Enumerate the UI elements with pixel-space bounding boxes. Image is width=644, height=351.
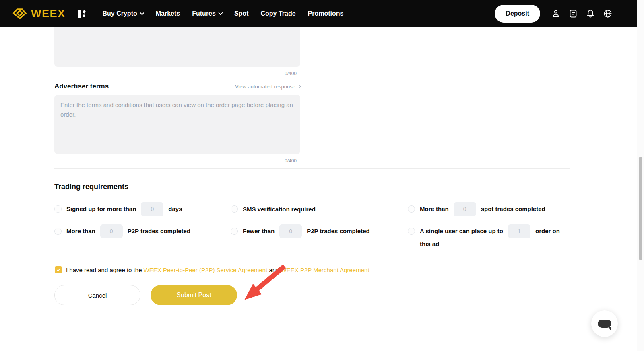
trading-requirements-heading: Trading requirements bbox=[54, 183, 128, 191]
weex-logo[interactable]: WEEX bbox=[12, 7, 66, 20]
top-navbar: WEEX Buy Crypto Markets Futures Spot Cop… bbox=[0, 0, 637, 27]
bell-icon[interactable] bbox=[586, 9, 595, 18]
chevron-right-icon bbox=[297, 85, 301, 88]
orders-icon[interactable] bbox=[568, 9, 578, 18]
chevron-down-icon bbox=[140, 10, 144, 15]
option-signed-up-days: Signed up for more thandays bbox=[54, 202, 231, 216]
remarks-char-counter: 0/400 bbox=[264, 71, 297, 76]
check-icon bbox=[56, 267, 61, 272]
spot-trades-input[interactable] bbox=[454, 202, 476, 216]
advertiser-terms-textarea[interactable] bbox=[54, 95, 300, 154]
service-agreement-link[interactable]: WEEX Peer-to-Peer (P2P) Service Agreemen… bbox=[144, 267, 268, 273]
radio-fewer-p2p-trades[interactable] bbox=[231, 228, 238, 235]
trading-requirements-grid: Signed up for more thandays SMS verifica… bbox=[54, 202, 570, 250]
radio-signed-up-days[interactable] bbox=[54, 205, 62, 213]
nav-promotions[interactable]: Promotions bbox=[302, 10, 350, 17]
chevron-down-icon bbox=[218, 10, 223, 15]
apps-grid-icon[interactable] bbox=[78, 10, 86, 18]
option-more-p2p-trades: More thanP2P trades completed bbox=[54, 224, 231, 250]
nav-futures[interactable]: Futures bbox=[186, 10, 228, 17]
option-spot-trades: More thanspot trades completed bbox=[408, 202, 570, 216]
terms-char-counter: 0/400 bbox=[264, 158, 297, 164]
p2p-post-ad-page: order. 0/400 WEEX Buy Crypto Markets Fut… bbox=[0, 0, 644, 351]
signed-up-days-input[interactable] bbox=[141, 202, 163, 216]
option-sms-verification: SMS verification required bbox=[231, 202, 408, 216]
agreement-row: I have read and agree to the WEEX Peer-t… bbox=[55, 266, 369, 273]
single-user-orders-input[interactable] bbox=[508, 224, 530, 238]
scrollbar-track[interactable] bbox=[637, 0, 644, 351]
radio-sms-verification[interactable] bbox=[231, 205, 238, 213]
fewer-p2p-trades-input[interactable] bbox=[279, 224, 302, 238]
main-nav: Buy Crypto Markets Futures Spot Copy Tra… bbox=[97, 10, 350, 17]
option-fewer-p2p-trades: Fewer thanP2P trades completed bbox=[231, 224, 408, 250]
nav-copy-trade[interactable]: Copy Trade bbox=[254, 10, 301, 17]
agreement-text: I have read and agree to the WEEX Peer-t… bbox=[66, 267, 369, 273]
more-p2p-trades-input[interactable] bbox=[100, 224, 123, 238]
chat-support-button[interactable] bbox=[591, 310, 618, 337]
cancel-button[interactable]: Cancel bbox=[54, 285, 140, 305]
navbar-right: Deposit bbox=[495, 0, 613, 27]
radio-single-user-orders[interactable] bbox=[408, 228, 415, 235]
radio-more-p2p-trades[interactable] bbox=[54, 228, 62, 235]
deposit-button[interactable]: Deposit bbox=[495, 5, 540, 23]
submit-post-button[interactable]: Submit Post bbox=[151, 285, 237, 305]
option-single-user-orders: A single user can place up toorder on th… bbox=[408, 224, 570, 250]
view-automated-response-link[interactable]: View automated response bbox=[235, 84, 300, 90]
nav-markets[interactable]: Markets bbox=[150, 10, 186, 17]
chat-bubble-icon bbox=[598, 320, 611, 328]
merchant-agreement-link[interactable]: WEEX P2P Merchant Agreement bbox=[281, 267, 369, 273]
section-divider bbox=[54, 168, 570, 169]
user-icon[interactable] bbox=[551, 9, 561, 18]
nav-buy-crypto[interactable]: Buy Crypto bbox=[97, 10, 150, 17]
weex-gem-icon bbox=[12, 7, 27, 20]
nav-spot[interactable]: Spot bbox=[228, 10, 255, 17]
brand-name: WEEX bbox=[31, 8, 66, 20]
globe-icon[interactable] bbox=[603, 9, 613, 18]
radio-spot-trades[interactable] bbox=[408, 205, 415, 213]
advertiser-terms-heading: Advertiser terms bbox=[54, 82, 109, 90]
scrollbar-thumb[interactable] bbox=[639, 157, 642, 260]
agreement-checkbox[interactable] bbox=[55, 266, 62, 273]
